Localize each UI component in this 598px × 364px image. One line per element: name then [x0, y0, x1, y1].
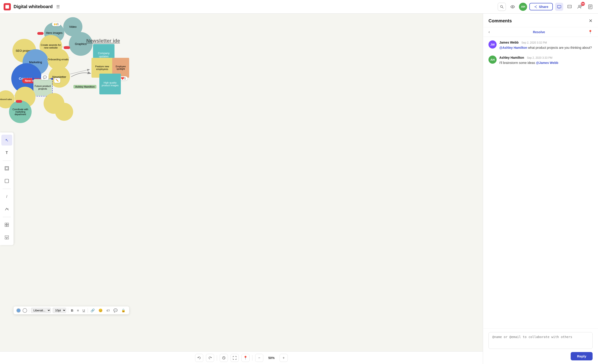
- svg-rect-16: [6, 167, 8, 170]
- canvas-content: SEO projects Hero images 🙌1 Video Create…: [0, 14, 299, 182]
- arrow-graphic: [69, 67, 94, 80]
- high-quality-sticky[interactable]: High quality product images: [99, 74, 121, 94]
- newsletter-heading: Newsletter ide: [86, 38, 120, 44]
- app-logo: [4, 3, 11, 10]
- yellow-node-3[interactable]: [55, 103, 73, 121]
- node-comment-icon[interactable]: 💬: [41, 74, 49, 80]
- app-header: Digital whiteboard ☰ AH Share 3m: [0, 0, 299, 14]
- coordinate-node[interactable]: Coordinate with marketing department: [9, 100, 32, 123]
- text-tool[interactable]: T: [1, 148, 12, 158]
- canvas-area[interactable]: ↖ T /: [0, 14, 299, 182]
- svg-line-36: [70, 70, 89, 74]
- future-product-node[interactable]: Future product projects: [33, 79, 52, 96]
- frame-tool[interactable]: [1, 163, 12, 174]
- svg-rect-15: [5, 167, 8, 170]
- cursor-label: Ashley Hamilton: [73, 85, 96, 89]
- shape-tool[interactable]: [1, 176, 12, 182]
- red-marker-2: [64, 46, 70, 49]
- node-edit-icon[interactable]: ✏️: [54, 78, 60, 83]
- red-marker-1: [37, 32, 44, 35]
- left-toolbar: ↖ T /: [0, 132, 14, 182]
- select-tool[interactable]: ↖: [1, 135, 12, 146]
- page-title: Digital whiteboard: [14, 4, 53, 9]
- svg-rect-17: [5, 179, 8, 182]
- graphics-node[interactable]: Graphics: [69, 32, 93, 56]
- red-marker-coord: [16, 100, 22, 103]
- menu-button[interactable]: ☰: [56, 4, 60, 9]
- hero-images-emoji: 🙌1: [52, 22, 60, 26]
